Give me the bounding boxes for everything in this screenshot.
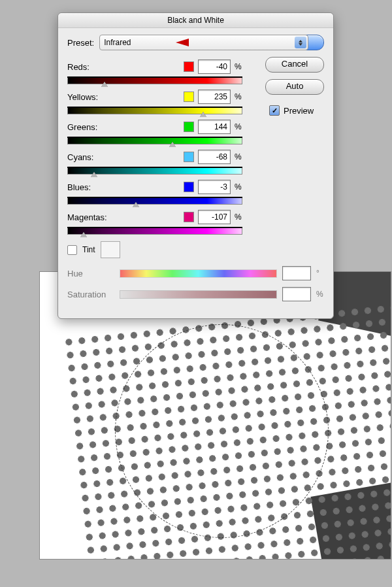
auto-button[interactable]: Auto [265,79,324,95]
hue-label: Hue [67,269,114,278]
hue-slider [120,269,277,278]
color-swatch [184,92,194,102]
slider-handle[interactable] [101,82,108,87]
slider-label: Yellows: [67,92,98,102]
slider-handle[interactable] [133,202,139,207]
dropdown-arrows-icon [295,37,306,48]
cancel-button[interactable]: Cancel [265,57,324,73]
hue-input[interactable] [282,266,311,280]
slider-value-input[interactable] [198,150,231,164]
saturation-input[interactable] [282,287,311,301]
slider-row: Magentas:% [67,210,242,235]
slider-label: Cyans: [67,152,93,162]
saturation-label: Saturation [67,290,114,299]
hue-unit: ° [316,269,324,278]
color-swatch [184,122,194,132]
slider-handle[interactable] [200,112,206,117]
annotation-arrow-icon [176,39,189,46]
preset-dropdown[interactable]: Infrared [99,35,308,50]
slider-gradient[interactable] [67,108,242,114]
slider-label: Greens: [67,122,97,132]
color-swatch [184,61,194,72]
percent-label: % [235,62,242,71]
percent-label: % [235,212,242,222]
color-swatch [184,152,194,162]
percent-label: % [235,152,242,161]
dialog-title: Black and White [167,16,224,25]
preview-checkbox[interactable]: ✓ [269,105,280,116]
preview-label: Preview [284,106,314,116]
slider-value-input[interactable] [198,180,231,194]
black-and-white-dialog: Black and White OK Cancel Auto ✓ Preview… [57,12,334,319]
slider-row: Cyans:% [67,150,242,175]
slider-row: Reds:% [67,59,242,84]
slider-gradient[interactable] [67,198,242,205]
preset-label: Preset: [67,38,94,48]
slider-label: Reds: [67,62,90,72]
tint-checkbox[interactable] [67,245,77,255]
slider-gradient[interactable] [67,78,242,84]
elliptical-selection-marquee[interactable] [115,324,329,538]
slider-handle[interactable] [91,172,97,177]
slider-value-input[interactable] [198,90,231,104]
slider-row: Yellows:% [67,90,242,114]
saturation-slider [120,290,277,299]
preset-value: Infrared [104,38,131,47]
saturation-unit: % [316,290,324,299]
tint-label: Tint [82,245,95,254]
slider-value-input[interactable] [198,59,231,74]
percent-label: % [235,182,242,192]
slider-value-input[interactable] [198,120,231,134]
slider-gradient[interactable] [67,168,242,175]
dialog-titlebar: Black and White [58,13,333,28]
slider-row: Greens:% [67,120,242,144]
percent-label: % [235,122,242,131]
slider-label: Magentas: [67,212,107,222]
slider-gradient[interactable] [67,228,242,235]
slider-handle[interactable] [80,232,87,237]
percent-label: % [235,92,242,101]
slider-handle[interactable] [169,142,176,147]
slider-gradient[interactable] [67,138,242,144]
tint-color-swatch[interactable] [101,241,120,258]
color-swatch [184,212,194,222]
slider-label: Blues: [67,182,91,192]
color-swatch [184,182,194,192]
slider-row: Blues:% [67,180,242,205]
slider-value-input[interactable] [198,210,231,224]
